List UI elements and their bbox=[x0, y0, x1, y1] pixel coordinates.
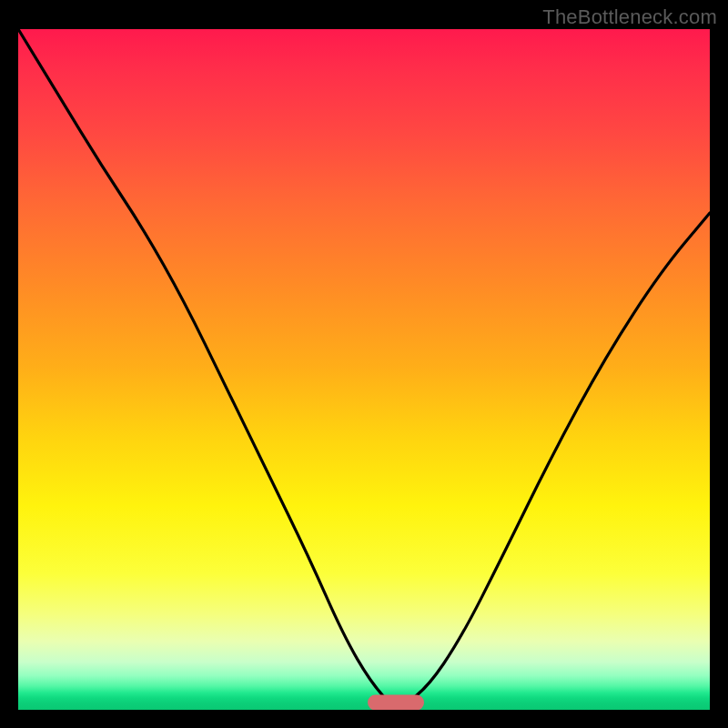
curve-svg bbox=[18, 29, 710, 710]
chart-frame: TheBottleneck.com bbox=[0, 0, 728, 728]
plot-area bbox=[18, 29, 710, 710]
optimum-marker bbox=[368, 694, 424, 710]
bottleneck-curve-path bbox=[18, 29, 710, 704]
watermark-text: TheBottleneck.com bbox=[542, 5, 717, 29]
